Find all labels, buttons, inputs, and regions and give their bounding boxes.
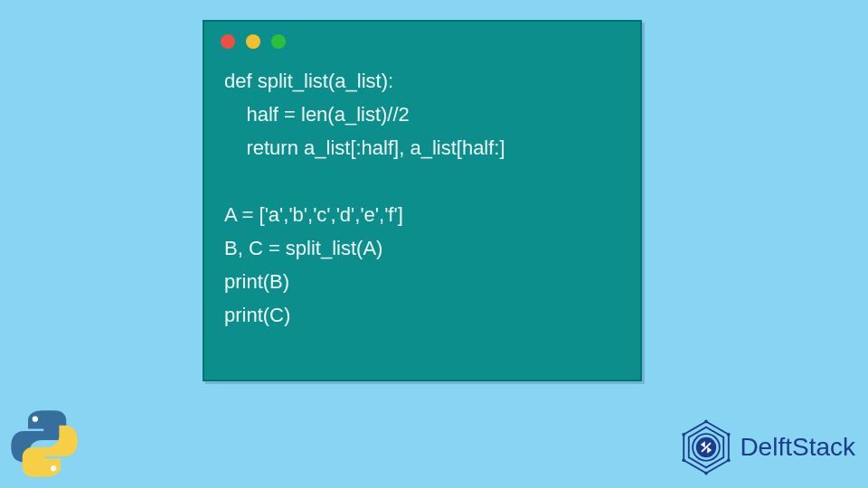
svg-point-0 xyxy=(33,417,38,422)
delftstack-brand-name: DelftStack xyxy=(740,433,855,462)
window-controls xyxy=(204,22,640,56)
python-logo-icon xyxy=(5,405,83,483)
svg-point-9 xyxy=(727,458,731,462)
code-line: return a_list[:half], a_list[half:] xyxy=(224,136,505,159)
minimize-dot-icon xyxy=(246,34,260,49)
code-line: B, C = split_list(A) xyxy=(224,237,382,259)
maximize-dot-icon xyxy=(271,34,286,49)
code-line: A = ['a','b','c','d','e','f'] xyxy=(224,203,403,226)
delftstack-brand: DelftStack xyxy=(678,419,855,475)
svg-point-1 xyxy=(51,465,56,471)
svg-point-11 xyxy=(683,458,686,462)
svg-point-10 xyxy=(705,472,709,475)
code-window: def split_list(a_list): half = len(a_lis… xyxy=(203,20,642,381)
code-content: def split_list(a_list): half = len(a_lis… xyxy=(204,56,640,349)
code-line: print(B) xyxy=(224,270,289,293)
svg-point-7 xyxy=(705,420,709,424)
code-line: half = len(a_list)//2 xyxy=(224,103,410,126)
code-line: def split_list(a_list): xyxy=(224,70,393,92)
delftstack-logo-icon xyxy=(678,419,734,475)
close-dot-icon xyxy=(221,34,235,49)
svg-point-8 xyxy=(727,433,731,436)
code-line: print(C) xyxy=(224,304,290,326)
svg-point-12 xyxy=(683,433,686,436)
